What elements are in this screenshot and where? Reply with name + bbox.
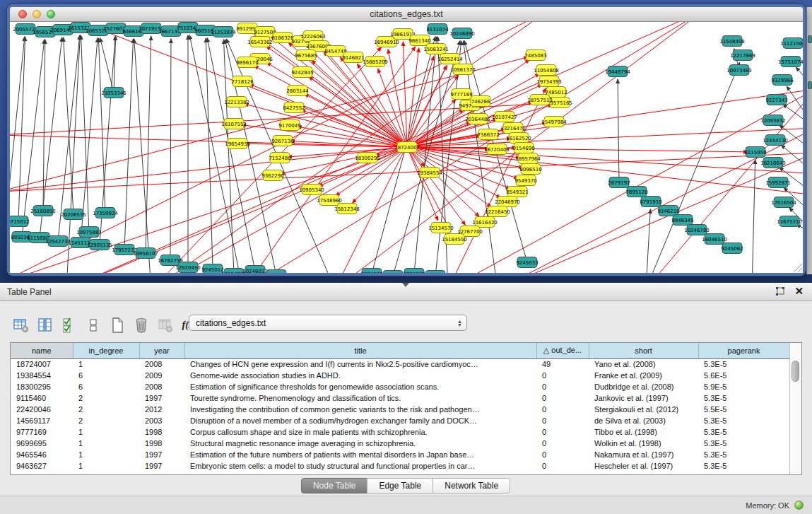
graph-node[interactable]: 19448794 (605, 66, 630, 77)
graph-node[interactable]: 19734393 (536, 76, 562, 87)
cell-out_degree[interactable]: 0 (536, 426, 589, 438)
cell-name[interactable]: 14569117 (11, 415, 73, 426)
graph-node[interactable]: 16107553 (221, 119, 247, 129)
split-pane-handle-icon[interactable] (402, 283, 409, 287)
graph-node[interactable]: 9329966 (771, 75, 794, 86)
table-source-select[interactable]: citations_edges.txt ▲▼ (189, 315, 467, 331)
graph-node[interactable]: 11548408 (719, 36, 745, 47)
cell-out_degree[interactable]: 0 (536, 415, 589, 426)
cell-title[interactable]: Corpus callosum shape and size in male p… (184, 426, 536, 438)
cell-out_degree[interactable]: 0 (536, 370, 589, 381)
graph-node[interactable]: 16046510 (702, 234, 727, 245)
column-header-out_degree[interactable]: △ out_de... (536, 343, 589, 358)
cell-short[interactable]: Jankovic et al. (1997) (589, 392, 698, 404)
cell-short[interactable]: Franke et al. (2009) (589, 370, 698, 381)
cell-name[interactable]: 9115460 (11, 392, 73, 404)
cell-title[interactable]: Changes of HCN gene expression and I(f) … (184, 358, 536, 370)
graph-node[interactable]: 2803144 (286, 86, 309, 96)
cell-name[interactable]: 19384554 (11, 370, 73, 381)
cell-name[interactable]: 9777169 (11, 426, 73, 438)
graph-node[interactable]: 7895120 (625, 187, 647, 197)
graph-node[interactable]: 15751074 (778, 57, 803, 67)
graph-node[interactable]: 9675685 (295, 50, 317, 61)
cell-year[interactable]: 1997 (139, 392, 184, 404)
table-options-icon[interactable] (13, 317, 30, 334)
cell-year[interactable]: 1998 (139, 426, 184, 438)
cell-out_degree[interactable]: 0 (536, 392, 589, 404)
table-scrollbar[interactable] (789, 343, 801, 474)
graph-node[interactable]: 17016504 (771, 197, 796, 208)
graph-node[interactable]: 12905135 (87, 240, 112, 250)
graph-node[interactable]: 2679197 (608, 177, 630, 188)
cell-name[interactable]: 18300295 (11, 381, 73, 392)
cell-short[interactable]: Wolkin et al. (1998) (589, 438, 698, 449)
graph-node[interactable]: 8024502 (360, 269, 382, 274)
graph-node[interactable]: 15992871 (765, 177, 791, 188)
cell-title[interactable]: Investigating the contribution of common… (184, 404, 536, 415)
cell-year[interactable]: 2009 (139, 370, 184, 381)
cell-title[interactable]: Estimation of the future numbers of pati… (184, 449, 536, 460)
cell-pagerank[interactable]: 5.3E-5 (698, 449, 789, 460)
cell-pagerank[interactable]: 5.3E-5 (698, 426, 789, 438)
cell-title[interactable]: Structural magnetic resonance image aver… (184, 438, 536, 449)
graph-node[interactable]: 18300295 (355, 153, 380, 163)
select-all-columns-icon[interactable] (61, 317, 78, 334)
cell-title[interactable]: Genome-wide association studies in ADHD. (184, 370, 536, 381)
graph-node[interactable]: 15885209 (363, 57, 388, 67)
create-column-icon[interactable] (109, 317, 126, 334)
float-panel-icon[interactable] (774, 286, 786, 298)
graph-node[interactable]: 10246780 (684, 225, 710, 235)
graph-node[interactable]: 12213382 (224, 97, 249, 107)
graph-node[interactable]: 9170049 (278, 120, 300, 131)
cell-year[interactable]: 1998 (139, 438, 184, 449)
cell-in_degree[interactable]: 2 (73, 404, 139, 415)
graph-node[interactable]: 12444130 (763, 135, 788, 146)
cell-in_degree[interactable]: 2 (73, 415, 139, 426)
cell-name[interactable]: 9463627 (11, 460, 73, 472)
cell-year[interactable]: 1997 (139, 449, 184, 460)
graph-node[interactable]: 16252414 (437, 54, 463, 64)
table-row[interactable]: 946554611997Estimation of the future num… (11, 449, 789, 460)
graph-node[interactable]: 15063241 (423, 44, 449, 54)
tab-node-table[interactable]: Node Table (301, 478, 368, 493)
cell-year[interactable]: 2008 (139, 381, 184, 392)
graph-node[interactable]: 15184550 (442, 234, 467, 245)
cell-in_degree[interactable]: 6 (73, 370, 139, 381)
show-columns-icon[interactable] (37, 317, 54, 334)
graph-node[interactable]: 9154690 (512, 143, 534, 153)
graph-node[interactable]: 19654935 (225, 139, 250, 149)
cell-in_degree[interactable]: 6 (73, 381, 139, 392)
graph-node[interactable]: 9777169 (450, 89, 472, 100)
cell-out_degree[interactable]: 0 (536, 449, 589, 460)
column-header-year[interactable]: year (139, 343, 184, 358)
cell-short[interactable]: de Silva et al. (2003) (589, 415, 698, 426)
graph-node[interactable]: 9146821 (342, 52, 364, 63)
cell-in_degree[interactable]: 1 (73, 426, 139, 438)
cell-out_degree[interactable]: 0 (536, 381, 589, 392)
graph-node[interactable]: 12217869 (730, 50, 755, 61)
close-panel-icon[interactable]: ✕ (794, 285, 804, 298)
cell-pagerank[interactable]: 5.3E-5 (698, 438, 789, 449)
graph-node[interactable]: 12226063 (300, 31, 326, 42)
graph-node[interactable]: 9549370 (514, 175, 536, 186)
table-row[interactable]: 911546021997Tourette syndrome. Phenomeno… (11, 392, 789, 404)
column-header-in_degree[interactable]: in_degree (73, 343, 139, 358)
table-row[interactable]: 1872400712008Changes of HCN gene express… (11, 358, 789, 370)
graph-node[interactable]: 10246013 (242, 266, 268, 274)
graph-node[interactable]: 16720409 (484, 144, 510, 155)
graph-node[interactable]: 8215958 (744, 147, 766, 158)
graph-node[interactable]: 10246890 (449, 28, 475, 39)
graph-node[interactable]: 11054808 (534, 65, 559, 76)
graph-node[interactable]: 10905340 (299, 185, 324, 195)
table-row[interactable]: 1456911722003Disruption of a novel membe… (11, 415, 789, 426)
cell-pagerank[interactable]: 5.6E-5 (698, 370, 789, 381)
graph-node[interactable]: 2718126 (231, 76, 254, 87)
graph-node[interactable]: 9245033 (516, 257, 538, 268)
graph-node[interactable]: 11675310 (777, 216, 802, 227)
graph-node[interactable]: 9242845 (291, 67, 313, 78)
cell-out_degree[interactable]: 49 (536, 358, 589, 370)
memory-ok-indicator[interactable] (794, 501, 804, 510)
cell-out_degree[interactable]: 0 (536, 460, 589, 472)
graph-node[interactable]: 15497984 (541, 117, 567, 127)
cell-pagerank[interactable]: 5.3E-5 (698, 415, 789, 426)
